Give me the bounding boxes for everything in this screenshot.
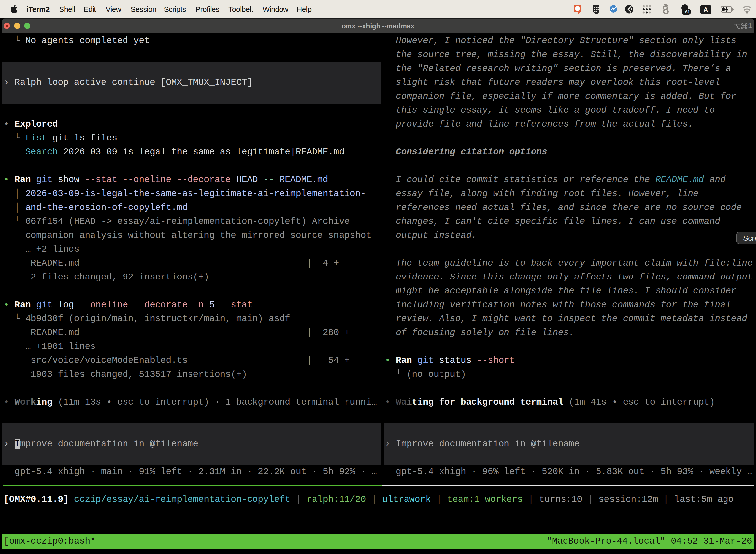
svg-text:..61: ..61 — [683, 10, 690, 14]
svg-text:A: A — [703, 6, 708, 14]
